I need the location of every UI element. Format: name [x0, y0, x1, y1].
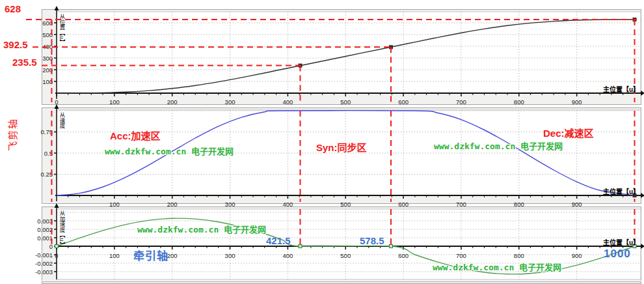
traction-axis-label: 牵引轴	[133, 247, 168, 263]
y-axis-title: 从加速度【u】	[59, 210, 65, 247]
cycle-end-value: 1000	[604, 248, 631, 261]
x-axis-title: 主位置【u】	[603, 237, 639, 247]
watermark-velocity-right: www.dzkfw.com.cn 电子开发网	[434, 139, 563, 152]
sync-end-value: 578.5	[360, 235, 384, 246]
watermark-accel-right: www.dzkfw.com.cn 电子开发网	[433, 261, 561, 273]
sync-start-value: 421.5	[266, 235, 291, 246]
y-axis-title: 从位置【u】	[59, 14, 65, 44]
flying-shear-axis-label: 飞剪轴	[5, 115, 19, 154]
motion-profile-screen: 0100200300400500600700800900100200300400…	[0, 0, 644, 284]
y-axis-title: 从速度	[59, 112, 65, 129]
dec-zone-label: Dec:减速区	[543, 126, 594, 139]
watermark-accel-left: www.dzkfw.com.cn 电子开发网	[137, 223, 266, 235]
acc-zone-label: Acc:加速区	[110, 128, 161, 142]
ref-value-235.5: 235.5	[12, 57, 37, 68]
x-axis-title: 主位置【u】	[603, 186, 639, 196]
ref-value-628: 628	[5, 3, 21, 14]
ref-value-392.5: 392.5	[3, 39, 28, 50]
x-axis-title: 主位置【u】	[603, 84, 639, 94]
syn-zone-label: Syn:同步区	[316, 140, 367, 154]
position-plot-panel	[42, 9, 641, 105]
next-panel-edge	[42, 281, 641, 284]
watermark-velocity-left: www.dzkfw.com.cn 电子开发网	[105, 145, 234, 157]
